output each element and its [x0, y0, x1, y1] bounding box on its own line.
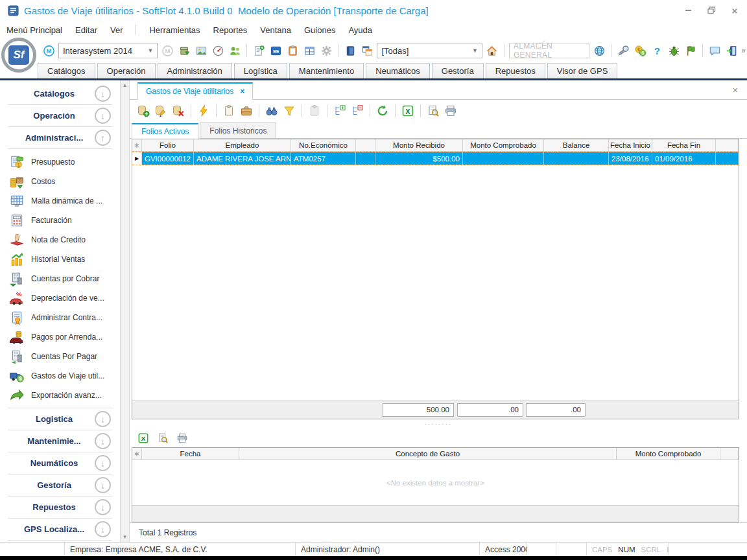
module-icon[interactable]: M — [42, 43, 56, 58]
menu-editar[interactable]: Editar — [75, 25, 97, 35]
sidebar-section-administracion[interactable]: Administraci... ↑ — [8, 127, 112, 149]
splitter-up-icon[interactable]: ▲ — [123, 82, 128, 88]
company-select[interactable]: Interasystem 2014▼ — [58, 43, 158, 58]
tab-catalogos[interactable]: Catálogos — [38, 63, 95, 78]
sidebar-section-gestoria[interactable]: Gestoría ↓ — [8, 474, 112, 496]
sidebar-section-mantenimiento[interactable]: Mantenimie... ↓ — [8, 430, 112, 452]
users-icon[interactable] — [228, 43, 242, 58]
book-icon[interactable] — [343, 43, 357, 58]
home-icon[interactable] — [485, 43, 499, 58]
picture-icon[interactable] — [194, 43, 208, 58]
briefcase-icon[interactable] — [239, 104, 254, 118]
chat-icon[interactable] — [707, 43, 722, 58]
sidebar-splitter[interactable]: ▲ ▼ — [120, 80, 130, 542]
collapse-arrow-icon[interactable]: ↓ — [95, 86, 111, 102]
sidebar-section-repuestos[interactable]: Repuestos ↓ — [8, 496, 112, 519]
sidebar-section-catalogos[interactable]: Catálogos ↓ — [8, 83, 112, 105]
print-icon[interactable] — [175, 431, 189, 445]
tab-logistica[interactable]: Logística — [234, 63, 287, 78]
clipboard-check-icon[interactable] — [285, 43, 300, 58]
cell-filler[interactable] — [716, 152, 739, 165]
tabbar-close-icon[interactable]: × — [724, 85, 747, 95]
header-blank[interactable] — [356, 139, 375, 152]
collapse-arrow-icon[interactable]: ↓ — [95, 499, 111, 515]
cell-monto-comprobado[interactable] — [463, 152, 544, 165]
cell-blank[interactable] — [356, 152, 375, 165]
archive-box-icon[interactable] — [177, 43, 191, 58]
collapse-arrow-icon[interactable]: ↓ — [95, 477, 111, 493]
header-empleado[interactable]: Empleado — [194, 139, 291, 152]
sidebar-item-cuentas-cobrar[interactable]: Cuentas por Cobrar — [8, 269, 112, 288]
cell-fecha-inicio[interactable]: 23/08/2016 — [609, 152, 652, 165]
header-concepto-gasto[interactable]: Concepto de Gasto — [239, 448, 617, 460]
header-no-economico[interactable]: No.Económico — [291, 139, 356, 152]
tree-expand-icon[interactable] — [333, 104, 347, 118]
collapse-arrow-icon[interactable]: ↓ — [95, 455, 111, 471]
horizontal-splitter[interactable]: ········ — [130, 419, 747, 429]
sidebar-item-gastos-viaje[interactable]: $Gastos de Viaje util... — [8, 366, 112, 386]
sidebar-item-presupuesto[interactable]: 1Presupuesto — [8, 152, 112, 172]
print-icon[interactable] — [444, 104, 458, 118]
sidebar-section-logistica[interactable]: Logistica ↓ — [8, 408, 112, 430]
clipboard-icon[interactable] — [222, 104, 236, 118]
excel-icon[interactable]: X — [401, 104, 415, 118]
close-button-icon[interactable]: × — [730, 6, 739, 15]
splitter-down-icon[interactable]: ▼ — [123, 534, 128, 540]
print-preview-icon[interactable] — [156, 431, 170, 445]
collapse-arrow-icon[interactable]: ↓ — [95, 521, 111, 537]
tab-visor-gps[interactable]: Visor de GPS — [547, 63, 618, 78]
tab-close-icon[interactable]: × — [240, 87, 244, 96]
restore-button-icon[interactable] — [707, 6, 716, 15]
header-fecha[interactable]: Fecha — [142, 448, 239, 460]
grid-empty-space[interactable] — [132, 165, 739, 401]
tab-repuestos[interactable]: Repuestos — [486, 63, 545, 78]
gear-icon[interactable] — [319, 43, 333, 58]
sidebar-section-gps[interactable]: GPS Localiza... ↓ — [8, 519, 112, 541]
delete-record-icon[interactable] — [171, 104, 185, 118]
sidebar-item-facturacion[interactable]: Facturación — [8, 211, 112, 230]
expand-arrow-icon[interactable]: ↑ — [95, 130, 111, 146]
header-fecha-inicio[interactable]: Fecha Inicio — [609, 139, 652, 152]
filter-select[interactable]: [Todas]▼ — [377, 43, 482, 58]
header-monto-comprobado[interactable]: Monto Comprobado — [617, 448, 720, 460]
warehouse-input[interactable]: ALMACÉN GENERAL — [509, 43, 589, 58]
sidebar-section-operacion[interactable]: Operación ↓ — [8, 105, 112, 127]
menu-guiones[interactable]: Guiones — [304, 25, 335, 35]
menu-herramientas[interactable]: Herramientas — [149, 25, 200, 35]
filter-icon[interactable] — [282, 104, 296, 118]
cell-folio[interactable]: GVI00000012 — [142, 152, 194, 165]
subtab-folios-historicos[interactable]: Folios Historicos — [200, 122, 276, 138]
menu-menu-principal[interactable]: Menú Principal — [6, 25, 62, 35]
tab-administracion[interactable]: Administración — [158, 63, 232, 78]
header-balance[interactable]: Balance — [544, 139, 609, 152]
print-preview-icon[interactable] — [426, 104, 440, 118]
cell-empleado[interactable]: ADAME RIVERA JOSE ARNOLDO — [194, 152, 291, 165]
header-monto-comprobado[interactable]: Monto Comprobado — [463, 139, 544, 152]
flag-icon[interactable] — [683, 43, 698, 58]
badge-99-icon[interactable]: 99 — [268, 43, 283, 58]
sidebar-item-malla-dinamica[interactable]: Malla dinámica de ... — [8, 191, 112, 211]
sidebar-section-neumaticos[interactable]: Neumáticos ↓ — [8, 452, 112, 474]
excel-icon[interactable]: X — [136, 431, 150, 445]
sidebar-item-historial-ventas[interactable]: Historial Ventas — [8, 250, 112, 269]
cell-no-economico[interactable]: ATM0257 — [291, 152, 356, 165]
collapse-arrow-icon[interactable]: ↓ — [95, 108, 111, 124]
binoculars-icon[interactable] — [265, 104, 279, 118]
sidebar-item-depreciacion[interactable]: %Depreciación de ve... — [8, 288, 112, 308]
new-document-icon[interactable] — [252, 43, 266, 58]
sidebar-item-pagos-arrendamiento[interactable]: Pagos por Arrenda... — [8, 327, 112, 347]
menu-ventana[interactable]: Ventana — [260, 25, 291, 35]
header-fecha-fin[interactable]: Fecha Fin — [652, 139, 716, 152]
menu-ver[interactable]: Ver — [110, 25, 123, 35]
sidebar-item-exportacion[interactable]: Exportación avanz... — [8, 386, 112, 405]
sidebar-item-costos[interactable]: Costos — [8, 172, 112, 191]
globe-icon[interactable] — [592, 43, 606, 58]
lightning-icon[interactable] — [196, 104, 211, 118]
edit-record-icon[interactable] — [154, 104, 168, 118]
tab-operacion[interactable]: Operación — [97, 63, 156, 78]
exit-icon[interactable] — [724, 43, 739, 58]
cell-balance[interactable] — [544, 152, 609, 165]
refresh-icon[interactable] — [375, 104, 390, 118]
tab-mantenimiento[interactable]: Mantenimiento — [289, 63, 364, 78]
collapse-arrow-icon[interactable]: ↓ — [95, 411, 111, 427]
